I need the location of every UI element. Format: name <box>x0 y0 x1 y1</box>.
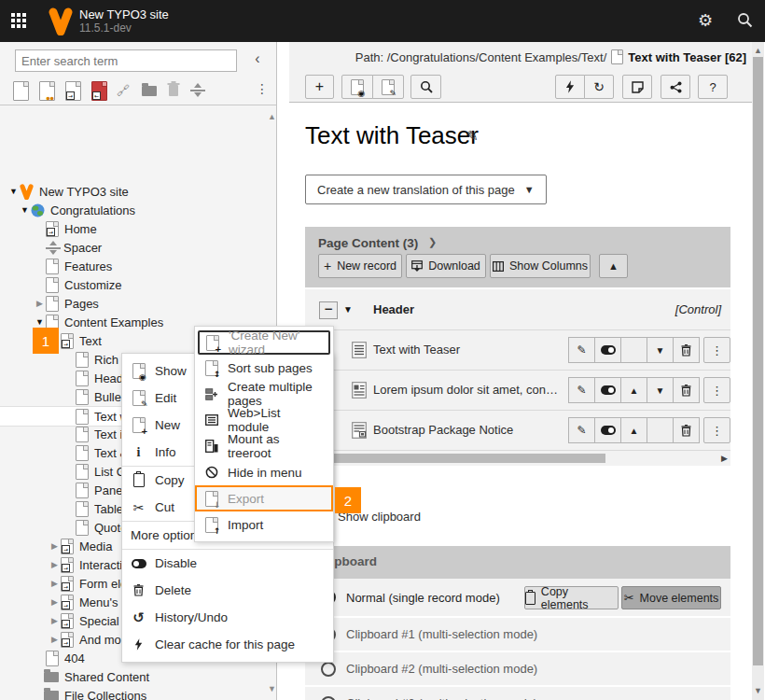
edit-record-button[interactable]: ✎ <box>568 417 595 443</box>
settings-gear-icon[interactable]: ⚙ <box>698 11 713 30</box>
expander-icon[interactable]: ▼ <box>34 317 46 327</box>
expander-icon[interactable]: ▶ <box>49 541 61 551</box>
tree-more-icon[interactable]: ⋮ <box>256 81 269 96</box>
collapse-all-button[interactable]: − <box>319 301 338 319</box>
expander-icon[interactable]: ▶ <box>49 597 61 607</box>
menu-item-mount-as-treeroot[interactable]: Mount as treeroot <box>195 433 333 459</box>
new-mountpoint-page-icon[interactable]: ← <box>91 81 107 104</box>
radio-icon[interactable] <box>321 696 336 700</box>
new-record-button[interactable]: +New record <box>318 254 402 278</box>
expander-icon[interactable]: ▼ <box>19 205 31 215</box>
move-up-button[interactable]: ▲ <box>620 377 647 403</box>
hide-record-toggle[interactable] <box>594 337 621 363</box>
refresh-button[interactable]: ↻ <box>584 75 614 99</box>
radio-icon[interactable] <box>321 662 336 677</box>
content-row-bootstrap-notice[interactable]: Bootstrap Package Notice ✎ ▲ ⋮ <box>305 410 730 450</box>
new-folder-icon[interactable] <box>142 85 157 99</box>
menu-item-delete[interactable]: Delete <box>122 577 333 604</box>
delete-record-button[interactable] <box>673 417 700 443</box>
download-button[interactable]: Download <box>406 254 486 278</box>
move-up-button[interactable]: ▲ <box>620 417 647 443</box>
modules-menu-icon[interactable] <box>11 13 28 30</box>
new-page-users-icon[interactable]: ꔷꔷ <box>39 81 55 104</box>
show-columns-button[interactable]: Show Columns <box>490 254 591 278</box>
edit-record-button[interactable]: ✎ <box>568 337 595 363</box>
vscroll-thumb[interactable] <box>753 57 763 665</box>
expander-icon[interactable]: ▶ <box>34 299 46 308</box>
create-translation-button[interactable]: Create a new translation of this page▼ <box>305 175 547 204</box>
note-button[interactable] <box>622 75 652 99</box>
tree-item-features[interactable]: Features <box>0 257 276 275</box>
move-down-button[interactable]: ▼ <box>647 337 674 363</box>
menu-item-hide-in-menu[interactable]: Hide in menu <box>195 459 333 485</box>
search-button[interactable] <box>410 75 441 99</box>
menu-item-web-list-module[interactable]: Web>List module <box>195 407 333 433</box>
tree-item-customize[interactable]: Customize <box>0 275 276 294</box>
expander-icon[interactable]: ▶ <box>49 635 61 644</box>
expander-icon[interactable]: ▶ <box>49 616 61 625</box>
collapse-panel-button[interactable]: ▲ <box>599 254 628 278</box>
horizontal-scrollbar[interactable]: ▶ <box>305 450 730 466</box>
hide-record-toggle[interactable] <box>594 417 621 443</box>
page-reference: Text with Teaser [62] <box>628 50 746 64</box>
menu-item-create-new-wizard[interactable]: +'Create New' wizard <box>198 330 330 355</box>
tree-item-pages[interactable]: ▶Pages <box>0 294 276 313</box>
docheader-path: Path: /Congratulations/Content Examples/… <box>289 42 752 72</box>
content-row-lorem-ipsum[interactable]: Lorem ipsum dolor sit amet, con… ✎ ▲ ▼ ⋮ <box>305 370 730 410</box>
panel-title: Page Content (3) <box>318 236 418 250</box>
tree-item-spacer[interactable]: Spacer <box>0 238 276 257</box>
tree-item-root[interactable]: ▼New TYPO3 site <box>0 182 276 201</box>
record-more-icon[interactable]: ⋮ <box>703 377 730 403</box>
hide-record-toggle[interactable] <box>594 377 621 403</box>
hscroll-right-icon[interactable]: ▶ <box>721 454 728 463</box>
tree-item-congratulations[interactable]: ▼Congratulations <box>0 201 276 219</box>
tree-search-input[interactable] <box>15 49 237 72</box>
menu-item-import[interactable]: ↑Import <box>195 511 333 538</box>
path-label: Path: /Congratulations/Content Examples/… <box>355 50 607 64</box>
edit-record-button[interactable]: ✎ <box>568 377 595 403</box>
record-more-icon[interactable]: ⋮ <box>703 337 730 363</box>
delete-record-button[interactable] <box>673 377 700 403</box>
copy-elements-button[interactable]: Copy elements <box>524 586 619 609</box>
vscroll-up-icon[interactable]: ▲ <box>754 46 762 55</box>
expander-icon[interactable]: ▼ <box>7 187 20 196</box>
clipboard-row-3: Clipboard #3 (multi-selection mode) <box>305 687 730 700</box>
recycler-icon[interactable] <box>167 81 180 100</box>
menu-item-export[interactable]: ↓Export <box>195 485 333 511</box>
tree-item-file-collections[interactable]: File Collections <box>0 686 276 700</box>
menu-item-disable[interactable]: Disable <box>122 550 333 577</box>
edit-title-pencil-icon[interactable]: ✎ <box>466 128 479 145</box>
menu-item-create-multiple-pages[interactable]: Create multiple pages <box>195 381 333 407</box>
clipboard-icon <box>525 592 536 605</box>
select-caret-icon[interactable]: ▼ <box>343 304 353 315</box>
move-elements-button[interactable]: ✂Move elements <box>621 586 721 609</box>
menu-item-sort-sub-pages[interactable]: ↕Sort sub pages <box>195 355 333 381</box>
view-page-button[interactable]: ◉ <box>341 75 373 99</box>
edit-page-button[interactable]: ✎ <box>372 75 404 99</box>
help-button[interactable]: ? <box>698 75 728 99</box>
record-more-icon[interactable]: ⋮ <box>703 417 730 443</box>
new-shortcut-page-icon[interactable]: → <box>65 81 81 104</box>
topbar-search-icon[interactable] <box>737 12 753 31</box>
new-spacer-icon[interactable] <box>190 83 205 100</box>
vscroll-down-icon[interactable]: ▼ <box>754 686 762 695</box>
tree-item-shared-content[interactable]: Shared Content <box>0 667 276 686</box>
textmedia-content-icon <box>352 422 367 441</box>
collapse-sidebar-icon[interactable]: ‹ <box>248 50 267 71</box>
new-link-page-icon[interactable]: 🔗︎ <box>117 83 130 98</box>
menu-item-clear-cache[interactable]: Clear cache for this page <box>122 631 333 658</box>
move-down-button[interactable]: ▼ <box>647 377 674 403</box>
menu-item-history[interactable]: ↺History/Undo <box>122 604 333 631</box>
vertical-scrollbar[interactable]: ▲ ▼ <box>752 42 764 700</box>
chevron-right-icon[interactable]: ❯ <box>428 236 437 248</box>
share-button[interactable] <box>661 75 690 99</box>
new-page-icon[interactable] <box>13 81 29 104</box>
expander-icon[interactable]: ▶ <box>49 560 61 569</box>
hscroll-thumb[interactable] <box>309 454 605 463</box>
delete-record-button[interactable] <box>673 337 700 363</box>
new-content-button[interactable]: + <box>305 75 334 99</box>
tree-item-home[interactable]: →Home <box>0 219 276 238</box>
content-row-text-with-teaser[interactable]: Text with Teaser ✎ ▼ ⋮ <box>305 329 730 370</box>
clear-cache-button[interactable] <box>555 75 585 99</box>
expander-icon[interactable]: ▶ <box>49 579 61 588</box>
